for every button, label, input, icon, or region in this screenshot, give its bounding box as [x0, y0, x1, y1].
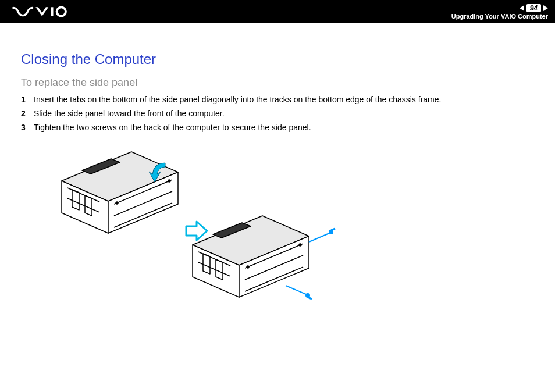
svg-point-33 — [306, 294, 309, 297]
page-header: 94 Upgrading Your VAIO Computer — [0, 0, 555, 23]
prev-page-arrow-icon[interactable] — [520, 5, 524, 11]
header-right: 94 Upgrading Your VAIO Computer — [451, 4, 548, 20]
svg-point-14 — [116, 202, 118, 204]
page-heading: Closing the Computer — [21, 51, 534, 67]
svg-line-31 — [331, 229, 335, 230]
next-page-arrow-icon[interactable] — [543, 5, 548, 11]
vaio-logo — [12, 5, 76, 18]
chassis-illustration-after — [187, 210, 338, 315]
page-number: 94 — [526, 4, 541, 12]
svg-line-29 — [309, 233, 329, 242]
step-item: Tighten the two screws on the back of th… — [21, 123, 534, 132]
step-item: Slide the side panel toward the front of… — [21, 109, 534, 118]
step-list: Insert the tabs on the bottom of the sid… — [21, 95, 534, 132]
svg-rect-1 — [51, 7, 53, 16]
svg-line-34 — [308, 297, 312, 299]
screw-indicator-icon — [309, 229, 335, 242]
page-nav: 94 — [520, 4, 548, 12]
step-item: Insert the tabs on the bottom of the sid… — [21, 95, 534, 104]
svg-marker-0 — [35, 7, 48, 16]
panel-direction-arrow-icon — [148, 160, 177, 186]
page-subheading: To replace the side panel — [21, 77, 534, 89]
svg-point-28 — [299, 244, 301, 246]
svg-point-2 — [57, 7, 66, 16]
screw-indicator-icon — [286, 286, 312, 299]
instruction-figure — [56, 146, 323, 320]
svg-point-27 — [247, 266, 249, 268]
svg-line-32 — [286, 286, 306, 294]
page-content: Closing the Computer To replace the side… — [0, 23, 555, 320]
svg-point-30 — [329, 230, 333, 234]
section-title: Upgrading Your VAIO Computer — [451, 13, 548, 20]
